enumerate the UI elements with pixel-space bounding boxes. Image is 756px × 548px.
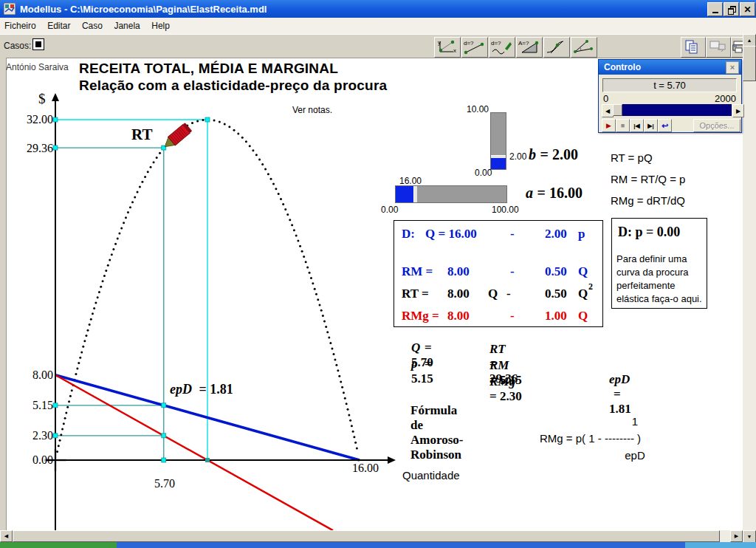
slider-b[interactable] [490, 112, 506, 170]
controlo-panel: Controlo × t = 5.70 0 2000 ◀ ▶ ▶ ■ |◀ ▶|… [598, 59, 742, 133]
distance-icon: d=? [463, 38, 485, 55]
play-icon: ▶ [606, 122, 611, 129]
scroll-down-button[interactable]: ▼ [743, 530, 756, 543]
time-slider-right-arrow[interactable]: ▶ [732, 104, 744, 117]
coordinates-tool-button[interactable]: yx [434, 37, 461, 58]
scroll-left-button[interactable]: ◀ [0, 530, 13, 542]
vertical-scroll-thumb[interactable] [743, 46, 756, 81]
modellus-window: Modellus - C:\Microeconomia\Pagina\Elast… [0, 0, 756, 548]
coordinates-icon: yx [436, 38, 458, 55]
elastic-help-line: elástica faça-o aqui. [616, 293, 702, 304]
slider-a-max-label: 100.00 [492, 205, 519, 215]
close-button[interactable]: ✕ [740, 2, 755, 16]
area-tool-button[interactable]: A=? [516, 37, 543, 58]
tangent-icon [545, 38, 567, 55]
demand-label: D: [402, 227, 415, 242]
step-to-end-icon: ▶| [647, 123, 653, 129]
restore-button[interactable] [724, 2, 739, 16]
horizontal-scroll-thumb[interactable] [13, 530, 720, 542]
value-epd: epD= 1.81 [609, 372, 631, 417]
menu-caso[interactable]: Caso [82, 21, 103, 31]
copy-button[interactable] [681, 37, 706, 58]
title-bar: Modellus - C:\Microeconomia\Pagina\Elast… [0, 0, 756, 18]
slider-a-thumb[interactable] [413, 186, 417, 202]
svg-text:d=?: d=? [491, 40, 501, 47]
elastic-help-line: curva da procura [616, 267, 689, 278]
scroll-up-icon: ▲ [747, 38, 752, 43]
reset-button[interactable]: ↩ [658, 119, 672, 132]
vertical-scrollbar[interactable]: ▲ ▼ [743, 34, 756, 542]
distance-tool-button[interactable]: d=? [461, 37, 488, 58]
curve-length-tool-button[interactable]: d=? [489, 37, 515, 58]
toolbar: Casos: yx d=? d=? [0, 34, 756, 58]
demand-coef: 2.00 [545, 227, 567, 242]
copy-icon [682, 38, 703, 55]
menu-ficheiro[interactable]: Ficheiro [4, 21, 36, 31]
export-window-icon [707, 38, 728, 55]
elastic-demand-value[interactable]: D: p = 0.00 [618, 225, 680, 240]
curve-length-icon: d=? [490, 38, 512, 55]
time-slider-left-arrow[interactable]: ◀ [602, 104, 614, 117]
casos-label: Casos: [4, 41, 31, 51]
rt-q-squared-exponent: 2 [588, 281, 593, 292]
print-icon [732, 38, 743, 55]
value-p: p= 5.15 [411, 357, 433, 386]
angle-tool-button[interactable] [571, 37, 597, 58]
casos-button[interactable] [32, 38, 44, 50]
scroll-right-icon: ▶ [735, 533, 738, 539]
stop-icon: ■ [621, 122, 625, 129]
time-slider-thumb[interactable] [613, 104, 622, 116]
menu-bar: Ficheiro Editar Caso Janela Help [0, 18, 756, 35]
slider-a-fill [396, 186, 413, 202]
window-title: Modellus - C:\Microeconomia\Pagina\Elast… [20, 4, 267, 15]
horizontal-scrollbar[interactable]: ◀ ▶ [0, 530, 743, 542]
step-to-end-button[interactable]: ▶| [644, 119, 658, 132]
casos-icon [35, 41, 41, 47]
tangent-tool-button[interactable] [543, 37, 570, 58]
time-slider-track[interactable] [613, 104, 732, 116]
play-button[interactable]: ▶ [602, 119, 616, 132]
opcoes-label: Opções... [699, 121, 734, 130]
ver-notas-link[interactable]: Ver notas. [292, 105, 332, 115]
scroll-right-button[interactable]: ▶ [730, 530, 743, 542]
step-to-start-icon: |◀ [633, 123, 639, 129]
step-to-start-button[interactable]: |◀ [630, 119, 644, 132]
restore-icon [728, 6, 735, 13]
controlo-title-bar[interactable]: Controlo [599, 60, 741, 75]
definition-rmg: RMg = dRT/dQ [611, 194, 685, 207]
controlo-close-button[interactable]: × [726, 61, 739, 74]
formula-line: RMg = p( 1 - -------- ) [540, 432, 641, 445]
value-rmg: RMg= 2.30 [489, 374, 523, 404]
reset-icon: ↩ [662, 121, 668, 131]
slider-a-min-label: 0.00 [381, 205, 398, 215]
stop-button[interactable]: ■ [616, 119, 630, 132]
left-arrow-icon: ◀ [605, 108, 610, 114]
menu-editar[interactable]: Editar [47, 21, 70, 31]
controlo-title: Controlo [604, 62, 641, 72]
scroll-up-button[interactable]: ▲ [743, 34, 756, 47]
elastic-help-line: perfeitamente [616, 280, 676, 291]
start-button-sliver[interactable] [0, 542, 117, 548]
menu-help[interactable]: Help [151, 21, 170, 31]
opcoes-button[interactable]: Opções... [693, 119, 740, 132]
slider-b-min-label: 0.00 [475, 168, 492, 178]
range-min-label: 0 [603, 93, 608, 104]
elastic-help-line: Para definir uma [616, 253, 687, 264]
slider-b-max-label: 10.00 [467, 104, 489, 114]
taskbar-sliver [0, 542, 756, 548]
definition-rm: RM = RT/Q = p [611, 173, 685, 185]
param-a-label: a = 16.00 [526, 185, 583, 202]
minimize-icon [712, 12, 718, 13]
slider-a[interactable] [395, 185, 507, 203]
export-window-button[interactable] [706, 37, 731, 58]
definitions-block: RT = pQ RM = RT/Q = p RMg = dRT/dQ [611, 151, 685, 207]
definition-rt: RT = pQ [611, 151, 685, 164]
scroll-left-icon: ◀ [4, 533, 8, 539]
svg-text:x: x [453, 47, 456, 54]
elastic-demand-box: D: p = 0.00 Para definir uma curva da pr… [611, 218, 707, 309]
menu-janela[interactable]: Janela [114, 21, 140, 31]
svg-text:A=?: A=? [518, 40, 529, 47]
right-arrow-icon: ▶ [736, 108, 740, 114]
minimize-button[interactable] [707, 2, 723, 16]
slider-a-value: 16.00 [399, 176, 422, 186]
